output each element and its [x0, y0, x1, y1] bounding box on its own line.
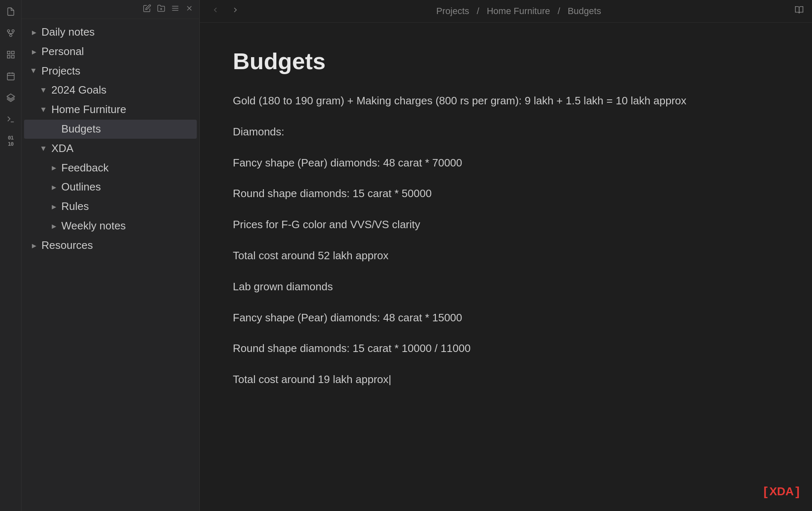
- chevron-down-icon: ▶: [39, 144, 49, 154]
- sidebar-item-outlines[interactable]: ▶ Outlines: [24, 178, 197, 197]
- breadcrumb-separator: /: [558, 6, 563, 16]
- sidebar-item-home-furniture[interactable]: ▶ Home Furniture: [24, 100, 197, 119]
- svg-rect-5: [11, 51, 14, 54]
- sidebar-item-rules[interactable]: ▶ Rules: [24, 197, 197, 216]
- svg-rect-7: [7, 55, 10, 58]
- chevron-down-icon: ▶: [39, 105, 49, 115]
- sidebar-item-label: Resources: [41, 239, 192, 253]
- sidebar-item-xda[interactable]: ▶ XDA: [24, 139, 197, 158]
- chevron-right-icon: ▶: [49, 221, 59, 231]
- close-sidebar-button[interactable]: [185, 4, 193, 14]
- collapse-all-button[interactable]: [171, 4, 179, 14]
- chevron-right-icon: ▶: [29, 47, 39, 57]
- note-paragraph-7: Lab grown diamonds: [233, 277, 779, 296]
- binary-icon[interactable]: 0110: [4, 134, 17, 147]
- git-icon[interactable]: [4, 27, 17, 40]
- breadcrumb-separator: /: [477, 6, 482, 16]
- note-paragraph-4: Round shape diamonds: 15 carat * 50000: [233, 184, 779, 203]
- reader-mode-button[interactable]: [795, 5, 804, 17]
- chevron-right-icon: ▶: [49, 163, 59, 173]
- breadcrumb: Projects / Home Furniture / Budgets: [248, 6, 790, 17]
- back-button[interactable]: [208, 4, 223, 18]
- icon-bar: 0110: [0, 0, 22, 511]
- note-paragraph-8: Fancy shape (Pear) diamonds: 48 carat * …: [233, 308, 779, 328]
- sidebar-tree: ▶ Daily notes ▶ Personal ▶ Projects ▶ 20…: [22, 19, 199, 511]
- grid-icon[interactable]: [4, 48, 17, 61]
- layers-icon[interactable]: [4, 91, 17, 104]
- sidebar-item-projects[interactable]: ▶ Projects: [24, 62, 197, 81]
- topbar: Projects / Home Furniture / Budgets: [200, 0, 812, 23]
- sidebar-item-daily-notes[interactable]: ▶ Daily notes: [24, 23, 197, 42]
- terminal-icon[interactable]: [4, 113, 17, 126]
- sidebar-item-label: Outlines: [61, 180, 192, 194]
- sidebar-item-personal[interactable]: ▶ Personal: [24, 42, 197, 61]
- xda-watermark: [ XDA ]: [764, 484, 800, 499]
- xda-bracket-right: ]: [795, 484, 800, 499]
- sidebar-item-label: Daily notes: [41, 25, 192, 39]
- chevron-right-icon: ▶: [49, 182, 59, 192]
- sidebar-item-label: Projects: [41, 64, 192, 78]
- note-title: Budgets: [233, 48, 779, 75]
- svg-point-2: [12, 30, 14, 32]
- note-body[interactable]: Gold (180 to 190 gram) + Making charges …: [233, 91, 779, 389]
- xda-bracket-left: [: [764, 484, 768, 499]
- note-paragraph-10: Total cost around 19 lakh approx: [233, 370, 779, 389]
- breadcrumb-home-furniture[interactable]: Home Furniture: [487, 6, 550, 16]
- chevron-down-icon: ▶: [39, 85, 49, 95]
- calendar-icon[interactable]: [4, 70, 17, 83]
- chevron-right-icon: ▶: [29, 241, 39, 251]
- note-paragraph-2: Diamonds:: [233, 122, 779, 142]
- files-icon[interactable]: [4, 5, 17, 18]
- svg-rect-8: [7, 73, 14, 80]
- note-paragraph-5: Prices for F-G color and VVS/VS clarity: [233, 215, 779, 234]
- note-paragraph-3: Fancy shape (Pear) diamonds: 48 carat * …: [233, 153, 779, 173]
- sidebar-item-label: Feedback: [61, 161, 192, 175]
- breadcrumb-budgets[interactable]: Budgets: [568, 6, 601, 16]
- sidebar-item-label: Budgets: [61, 122, 192, 136]
- breadcrumb-projects[interactable]: Projects: [436, 6, 469, 16]
- sidebar-item-label: XDA: [51, 142, 192, 156]
- new-folder-button[interactable]: [157, 4, 165, 14]
- sidebar-item-label: Rules: [61, 200, 192, 214]
- svg-point-0: [10, 34, 12, 37]
- chevron-right-icon: ▶: [29, 27, 39, 37]
- sidebar-item-resources[interactable]: ▶ Resources: [24, 236, 197, 255]
- note-paragraph-1: Gold (180 to 190 gram) + Making charges …: [233, 91, 779, 111]
- sidebar-item-label: Personal: [41, 45, 192, 59]
- chevron-right-icon: ▶: [49, 202, 59, 212]
- svg-point-1: [7, 30, 10, 32]
- note-paragraph-9: Round shape diamonds: 15 carat * 10000 /…: [233, 339, 779, 358]
- xda-text: XDA: [769, 485, 794, 498]
- sidebar-item-weekly-notes[interactable]: ▶ Weekly notes: [24, 217, 197, 236]
- content-area[interactable]: Budgets Gold (180 to 190 gram) + Making …: [200, 23, 812, 511]
- sidebar-item-label: Weekly notes: [61, 219, 192, 233]
- sidebar-item-budgets[interactable]: ▶ Budgets: [24, 120, 197, 139]
- note-paragraph-6: Total cost around 52 lakh approx: [233, 246, 779, 265]
- sidebar-item-feedback[interactable]: ▶ Feedback: [24, 159, 197, 178]
- chevron-down-icon: ▶: [29, 66, 39, 76]
- sidebar: ▶ Daily notes ▶ Personal ▶ Projects ▶ 20…: [22, 0, 200, 511]
- sidebar-item-2024-goals[interactable]: ▶ 2024 Goals: [24, 81, 197, 100]
- svg-rect-4: [7, 51, 10, 54]
- new-note-button[interactable]: [143, 4, 151, 14]
- sidebar-item-label: 2024 Goals: [51, 83, 192, 97]
- main-area: Projects / Home Furniture / Budgets Budg…: [200, 0, 812, 511]
- svg-rect-6: [11, 55, 14, 58]
- forward-button[interactable]: [228, 4, 243, 18]
- sidebar-item-label: Home Furniture: [51, 103, 192, 117]
- sidebar-toolbar: [22, 0, 199, 19]
